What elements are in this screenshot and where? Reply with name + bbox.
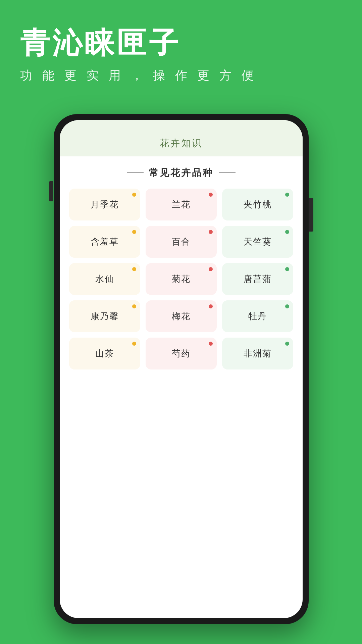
section-header: 常见花卉品种 [69,166,293,179]
flower-card[interactable]: 天竺葵 [222,226,293,258]
flower-dot-icon [132,342,136,346]
flower-card[interactable]: 芍药 [146,338,217,369]
section-header-line-left [127,172,144,173]
flower-card[interactable]: 百合 [146,226,217,258]
flower-card[interactable]: 月季花 [69,189,140,220]
sub-title: 功 能 更 实 用 ， 操 作 更 方 便 [20,67,342,84]
flower-name: 牡丹 [248,310,267,322]
flower-dot-icon [285,304,289,308]
flower-name: 月季花 [91,199,119,210]
flower-dot-icon [132,304,136,308]
flower-dot-icon [209,304,213,308]
flower-dot-icon [285,267,289,271]
flower-card[interactable]: 夹竹桃 [222,189,293,220]
phone-wrapper: 花卉知识 常见花卉品种 月季花兰花夹竹桃含羞草百合天竺葵水仙菊花唐菖蒲康乃馨梅花… [54,114,309,624]
flower-dot-icon [209,230,213,234]
flower-dot-icon [209,193,213,197]
flower-name: 唐菖蒲 [244,273,272,285]
phone-frame: 花卉知识 常见花卉品种 月季花兰花夹竹桃含羞草百合天竺葵水仙菊花唐菖蒲康乃馨梅花… [54,114,309,624]
phone-screen: 花卉知识 常见花卉品种 月季花兰花夹竹桃含羞草百合天竺葵水仙菊花唐菖蒲康乃馨梅花… [60,120,303,618]
flower-name: 夹竹桃 [244,199,272,210]
section-header-text: 常见花卉品种 [149,166,213,179]
flower-name: 康乃馨 [91,310,119,322]
flower-name: 芍药 [172,348,191,359]
flower-dot-icon [132,193,136,197]
flower-card[interactable]: 唐菖蒲 [222,263,293,295]
flower-card[interactable]: 山茶 [69,338,140,369]
flower-card[interactable]: 含羞草 [69,226,140,258]
flower-name: 菊花 [172,273,191,285]
flower-card[interactable]: 牡丹 [222,300,293,332]
flower-name: 水仙 [95,273,114,285]
flower-card[interactable]: 非洲菊 [222,338,293,369]
flower-card[interactable]: 菊花 [146,263,217,295]
flower-dot-icon [132,230,136,234]
flower-dot-icon [209,342,213,346]
flower-name: 百合 [172,236,191,248]
flower-dot-icon [285,342,289,346]
flower-dot-icon [285,193,289,197]
flower-card[interactable]: 康乃馨 [69,300,140,332]
flower-dot-icon [285,230,289,234]
section-header-line-right [219,172,236,173]
flower-dot-icon [132,267,136,271]
screen-title: 花卉知识 [70,137,293,150]
flower-name: 非洲菊 [244,348,272,359]
header-section: 青沁睐匣子 功 能 更 实 用 ， 操 作 更 方 便 [0,0,362,97]
flower-name: 兰花 [172,199,191,210]
flower-dot-icon [209,267,213,271]
flower-name: 梅花 [172,310,191,322]
flower-name: 含羞草 [91,236,119,248]
flower-name: 天竺葵 [244,236,272,248]
screen-content: 常见花卉品种 月季花兰花夹竹桃含羞草百合天竺葵水仙菊花唐菖蒲康乃馨梅花牡丹山茶芍… [60,156,303,380]
flower-name: 山茶 [95,348,114,359]
screen-top-bar: 花卉知识 [60,120,303,156]
flower-card[interactable]: 兰花 [146,189,217,220]
flower-card[interactable]: 梅花 [146,300,217,332]
main-title: 青沁睐匣子 [20,27,342,59]
flower-grid: 月季花兰花夹竹桃含羞草百合天竺葵水仙菊花唐菖蒲康乃馨梅花牡丹山茶芍药非洲菊 [69,189,293,369]
flower-card[interactable]: 水仙 [69,263,140,295]
